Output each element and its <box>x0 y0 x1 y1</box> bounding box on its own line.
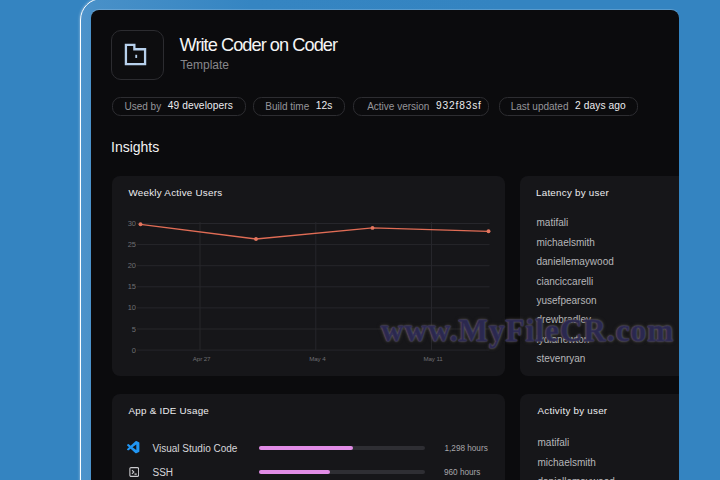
svg-text:Apr 27: Apr 27 <box>193 355 211 362</box>
svg-text:May 4: May 4 <box>309 355 326 362</box>
svg-text:10: 10 <box>128 303 136 312</box>
svg-text:May 11: May 11 <box>423 355 443 362</box>
svg-text:0: 0 <box>132 346 136 355</box>
svg-text:25: 25 <box>128 240 136 249</box>
svg-text:15: 15 <box>128 282 136 291</box>
svg-text:5: 5 <box>132 325 136 334</box>
svg-text:30: 30 <box>128 219 136 228</box>
svg-text:20: 20 <box>128 261 136 270</box>
